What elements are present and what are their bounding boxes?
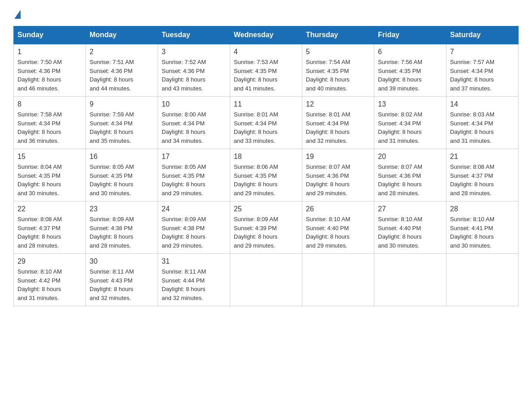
calendar-table: SundayMondayTuesdayWednesdayThursdayFrid… (13, 26, 519, 306)
day-number: 29 (17, 257, 82, 265)
day-info: Sunrise: 8:10 AMSunset: 4:41 PMDaylight:… (450, 216, 494, 249)
day-number: 22 (17, 205, 82, 213)
day-info: Sunrise: 8:09 AMSunset: 4:38 PMDaylight:… (90, 216, 134, 249)
day-number: 8 (17, 100, 82, 108)
calendar-cell: 15 Sunrise: 8:04 AMSunset: 4:35 PMDaylig… (14, 149, 86, 201)
day-number: 31 (162, 257, 226, 265)
calendar-cell (230, 254, 302, 306)
calendar-week-row: 8 Sunrise: 7:58 AMSunset: 4:34 PMDayligh… (14, 97, 519, 149)
day-info: Sunrise: 7:52 AMSunset: 4:36 PMDaylight:… (162, 59, 206, 92)
day-info: Sunrise: 8:08 AMSunset: 4:37 PMDaylight:… (450, 163, 494, 197)
calendar-cell: 27 Sunrise: 8:10 AMSunset: 4:40 PMDaylig… (374, 201, 446, 254)
day-info: Sunrise: 7:58 AMSunset: 4:34 PMDaylight:… (17, 111, 62, 144)
calendar-cell: 29 Sunrise: 8:10 AMSunset: 4:42 PMDaylig… (14, 254, 86, 306)
calendar-cell: 11 Sunrise: 8:01 AMSunset: 4:34 PMDaylig… (230, 97, 302, 149)
calendar-cell: 10 Sunrise: 8:00 AMSunset: 4:34 PMDaylig… (158, 97, 230, 149)
day-number: 30 (90, 257, 154, 265)
calendar-week-row: 1 Sunrise: 7:50 AMSunset: 4:36 PMDayligh… (14, 44, 519, 97)
day-info: Sunrise: 7:51 AMSunset: 4:36 PMDaylight:… (90, 59, 134, 92)
day-number: 13 (378, 100, 442, 108)
calendar-cell: 23 Sunrise: 8:09 AMSunset: 4:38 PMDaylig… (86, 201, 158, 254)
day-info: Sunrise: 7:54 AMSunset: 4:35 PMDaylight:… (306, 59, 350, 92)
day-info: Sunrise: 8:00 AMSunset: 4:34 PMDaylight:… (162, 111, 206, 144)
calendar-cell: 6 Sunrise: 7:56 AMSunset: 4:35 PMDayligh… (374, 44, 446, 97)
calendar-cell (374, 254, 446, 306)
calendar-cell: 20 Sunrise: 8:07 AMSunset: 4:36 PMDaylig… (374, 149, 446, 201)
day-info: Sunrise: 7:59 AMSunset: 4:34 PMDaylight:… (90, 111, 134, 144)
calendar-cell: 5 Sunrise: 7:54 AMSunset: 4:35 PMDayligh… (302, 44, 374, 97)
column-header-thursday: Thursday (302, 26, 374, 44)
calendar-cell: 2 Sunrise: 7:51 AMSunset: 4:36 PMDayligh… (86, 44, 158, 97)
calendar-cell: 8 Sunrise: 7:58 AMSunset: 4:34 PMDayligh… (14, 97, 86, 149)
column-header-friday: Friday (374, 26, 446, 44)
column-header-wednesday: Wednesday (230, 26, 302, 44)
day-info: Sunrise: 8:01 AMSunset: 4:34 PMDaylight:… (234, 111, 278, 144)
day-info: Sunrise: 8:11 AMSunset: 4:44 PMDaylight:… (162, 268, 206, 301)
day-info: Sunrise: 7:57 AMSunset: 4:34 PMDaylight:… (450, 59, 494, 92)
day-info: Sunrise: 7:53 AMSunset: 4:35 PMDaylight:… (234, 59, 278, 92)
calendar-cell: 30 Sunrise: 8:11 AMSunset: 4:43 PMDaylig… (86, 254, 158, 306)
calendar-header-row: SundayMondayTuesdayWednesdayThursdayFrid… (14, 26, 519, 44)
day-number: 25 (234, 205, 298, 213)
day-number: 14 (450, 100, 515, 108)
calendar-cell: 18 Sunrise: 8:06 AMSunset: 4:35 PMDaylig… (230, 149, 302, 201)
calendar-cell: 1 Sunrise: 7:50 AMSunset: 4:36 PMDayligh… (14, 44, 86, 97)
day-info: Sunrise: 8:03 AMSunset: 4:34 PMDaylight:… (450, 111, 494, 144)
calendar-cell: 13 Sunrise: 8:02 AMSunset: 4:34 PMDaylig… (374, 97, 446, 149)
day-number: 4 (234, 48, 298, 56)
calendar-cell: 26 Sunrise: 8:10 AMSunset: 4:40 PMDaylig… (302, 201, 374, 254)
day-number: 10 (162, 100, 226, 108)
calendar-cell: 28 Sunrise: 8:10 AMSunset: 4:41 PMDaylig… (446, 201, 519, 254)
day-info: Sunrise: 7:50 AMSunset: 4:36 PMDaylight:… (17, 59, 62, 92)
calendar-cell: 12 Sunrise: 8:01 AMSunset: 4:34 PMDaylig… (302, 97, 374, 149)
day-info: Sunrise: 8:06 AMSunset: 4:35 PMDaylight:… (234, 163, 278, 197)
day-info: Sunrise: 8:07 AMSunset: 4:36 PMDaylight:… (378, 163, 422, 197)
day-number: 12 (306, 100, 370, 108)
calendar-cell: 31 Sunrise: 8:11 AMSunset: 4:44 PMDaylig… (158, 254, 230, 306)
day-number: 24 (162, 205, 226, 213)
day-info: Sunrise: 8:10 AMSunset: 4:40 PMDaylight:… (306, 216, 350, 249)
day-number: 19 (306, 153, 370, 161)
day-number: 11 (234, 100, 298, 108)
calendar-cell: 14 Sunrise: 8:03 AMSunset: 4:34 PMDaylig… (446, 97, 519, 149)
calendar-cell: 4 Sunrise: 7:53 AMSunset: 4:35 PMDayligh… (230, 44, 302, 97)
day-info: Sunrise: 8:07 AMSunset: 4:36 PMDaylight:… (306, 163, 350, 197)
day-number: 16 (90, 153, 154, 161)
day-info: Sunrise: 8:04 AMSunset: 4:35 PMDaylight:… (17, 163, 62, 197)
day-number: 23 (90, 205, 154, 213)
day-number: 28 (450, 205, 515, 213)
day-number: 27 (378, 205, 442, 213)
calendar-cell: 9 Sunrise: 7:59 AMSunset: 4:34 PMDayligh… (86, 97, 158, 149)
calendar-cell: 22 Sunrise: 8:08 AMSunset: 4:37 PMDaylig… (14, 201, 86, 254)
logo (13, 9, 21, 17)
calendar-week-row: 29 Sunrise: 8:10 AMSunset: 4:42 PMDaylig… (14, 254, 519, 306)
column-header-saturday: Saturday (446, 26, 519, 44)
day-info: Sunrise: 8:09 AMSunset: 4:38 PMDaylight:… (162, 216, 206, 249)
day-number: 3 (162, 48, 226, 56)
calendar-cell (446, 254, 519, 306)
day-info: Sunrise: 8:10 AMSunset: 4:40 PMDaylight:… (378, 216, 422, 249)
calendar-cell: 7 Sunrise: 7:57 AMSunset: 4:34 PMDayligh… (446, 44, 519, 97)
calendar-cell: 16 Sunrise: 8:05 AMSunset: 4:35 PMDaylig… (86, 149, 158, 201)
column-header-monday: Monday (86, 26, 158, 44)
day-info: Sunrise: 8:08 AMSunset: 4:37 PMDaylight:… (17, 216, 62, 249)
day-number: 5 (306, 48, 370, 56)
calendar-week-row: 15 Sunrise: 8:04 AMSunset: 4:35 PMDaylig… (14, 149, 519, 201)
column-header-sunday: Sunday (14, 26, 86, 44)
day-info: Sunrise: 8:10 AMSunset: 4:42 PMDaylight:… (17, 268, 62, 301)
day-number: 20 (378, 153, 442, 161)
day-number: 7 (450, 48, 515, 56)
day-number: 17 (162, 153, 226, 161)
day-number: 18 (234, 153, 298, 161)
day-number: 21 (450, 153, 515, 161)
day-info: Sunrise: 8:05 AMSunset: 4:35 PMDaylight:… (90, 163, 134, 197)
calendar-cell: 21 Sunrise: 8:08 AMSunset: 4:37 PMDaylig… (446, 149, 519, 201)
calendar-cell: 17 Sunrise: 8:05 AMSunset: 4:35 PMDaylig… (158, 149, 230, 201)
calendar-cell: 19 Sunrise: 8:07 AMSunset: 4:36 PMDaylig… (302, 149, 374, 201)
day-info: Sunrise: 7:56 AMSunset: 4:35 PMDaylight:… (378, 59, 422, 92)
day-number: 15 (17, 153, 82, 161)
column-header-tuesday: Tuesday (158, 26, 230, 44)
day-info: Sunrise: 8:02 AMSunset: 4:34 PMDaylight:… (378, 111, 422, 144)
day-info: Sunrise: 8:05 AMSunset: 4:35 PMDaylight:… (162, 163, 206, 197)
calendar-cell: 24 Sunrise: 8:09 AMSunset: 4:38 PMDaylig… (158, 201, 230, 254)
